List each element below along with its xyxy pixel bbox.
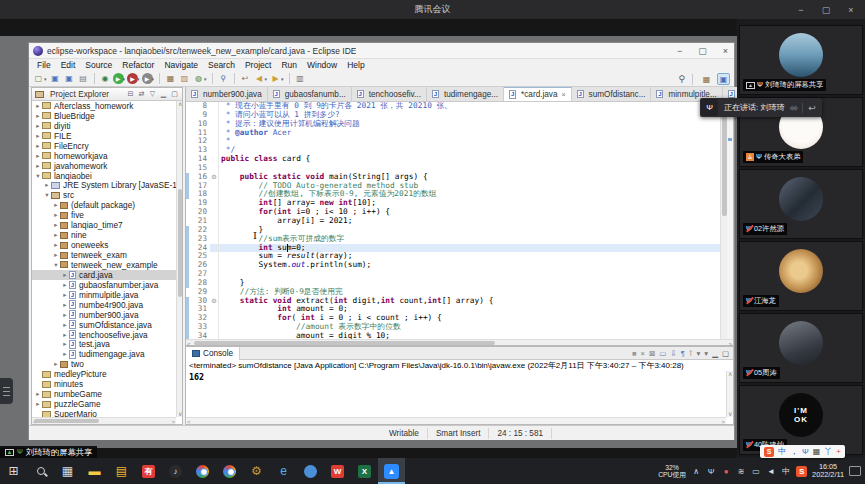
eclipse-minimize-icon[interactable]: − (677, 46, 682, 56)
tree-expand-icon[interactable]: ▸ (61, 291, 69, 299)
tree-expand-icon[interactable]: ▾ (34, 172, 42, 180)
sogou-logo-icon[interactable]: S (764, 447, 774, 457)
explorer-hscrollbar[interactable]: < > (32, 417, 176, 424)
tree-expand-icon[interactable]: ▸ (34, 400, 42, 408)
tree-expand-icon[interactable]: ▸ (52, 201, 60, 209)
new-package-icon[interactable]: ▨ (178, 73, 191, 85)
tray-display-icon[interactable]: ▭ (751, 467, 761, 476)
java-perspective-icon[interactable]: ▣ (717, 73, 730, 85)
ime-toolbox-icon[interactable]: + (836, 445, 841, 458)
tree-item-tudimengage-java[interactable]: ▸Jtudimengage.java (32, 349, 176, 359)
tray-volume-icon[interactable]: ◄ (766, 467, 776, 476)
tree-expand-icon[interactable]: ▸ (61, 350, 69, 358)
clear-console-icon[interactable]: ▭ (659, 349, 666, 358)
editor-tab--card-java[interactable]: J*card.java× (504, 87, 572, 101)
menu-help[interactable]: Help (342, 60, 369, 70)
tree-expand-icon[interactable]: ▸ (34, 162, 42, 170)
sogou-tray-icon[interactable]: S (796, 466, 807, 477)
tree-expand-icon[interactable]: ▸ (61, 281, 69, 289)
tree-item-homeworkjava[interactable]: ▸homeworkjava (32, 151, 176, 161)
run-dropdown-icon[interactable]: ▾ (123, 76, 126, 82)
participant-tile-5[interactable]: Ψ05周涛 (739, 313, 863, 383)
menu-project[interactable]: Project (240, 60, 276, 70)
menu-file[interactable]: File (32, 60, 56, 70)
console-vscrollbar[interactable]: ∧ ∨ (726, 371, 733, 417)
forward-dropdown-icon[interactable]: ▾ (281, 76, 284, 82)
open-console-icon[interactable]: ▾ (704, 349, 708, 358)
remove-launch-icon[interactable]: × (641, 349, 645, 358)
console-output[interactable]: 162 (186, 371, 726, 417)
ie-browser[interactable]: e (270, 458, 297, 484)
tree-item-sumofdistance-java[interactable]: ▸JsumOfdistance.java (32, 320, 176, 330)
eclipse-close-icon[interactable]: × (723, 46, 728, 56)
tree-expand-icon[interactable]: ▸ (61, 331, 69, 339)
maximize-icon[interactable]: ▢ (820, 5, 832, 15)
tree-expand-icon[interactable]: ▸ (61, 301, 69, 309)
debug-icon[interactable]: ◉ (99, 73, 112, 85)
scroll-lock-icon[interactable]: ⇩ (670, 349, 676, 358)
fold-marker[interactable]: ⊖ (210, 297, 219, 306)
tencent-meeting[interactable]: ▲ (378, 458, 405, 484)
tree-item-test-java[interactable]: ▸Jtest.java (32, 340, 176, 350)
tree-item-minmulpitle-java[interactable]: ▸Jminmulpitle.java (32, 290, 176, 300)
quick-search-icon[interactable]: ⚲ (678, 74, 685, 84)
tray-recording-icon[interactable]: ● (721, 467, 731, 476)
tree-expand-icon[interactable]: ▸ (52, 221, 60, 229)
ime-keyboard-icon[interactable]: ▦ (813, 445, 821, 458)
ime-mode-cn-icon[interactable]: 中 (778, 445, 786, 458)
tree-expand-icon[interactable]: ▾ (52, 261, 60, 269)
tab-close-icon[interactable]: × (562, 91, 566, 98)
tree-item-javahomework[interactable]: ▸javahomework (32, 161, 176, 171)
tree-item-minutes[interactable]: minutes (32, 379, 176, 389)
chrome[interactable] (216, 458, 243, 484)
view-menu-icon[interactable]: ▽ (148, 90, 157, 98)
tree-item-src[interactable]: ▾src (32, 190, 176, 200)
close-icon[interactable]: × (845, 5, 857, 15)
tree-item-numbe4r900-java[interactable]: ▸Jnumbe4r900.java (32, 300, 176, 310)
menu-source[interactable]: Source (80, 60, 117, 70)
tray-expand-icon[interactable]: ∧ (691, 467, 701, 476)
tray-network-icon[interactable]: ≋ (736, 467, 746, 476)
menu-refactor[interactable]: Refactor (117, 60, 159, 70)
taskbar-search[interactable] (27, 458, 54, 484)
menu-navigate[interactable]: Navigate (159, 60, 203, 70)
tree-expand-icon[interactable]: ▸ (34, 122, 42, 130)
tree-item-jre-system-library-javase-1-7-[interactable]: ▸JRE System Library [JavaSE-1.7] (32, 181, 176, 191)
editor-tab-tudimengage-[interactable]: Jtudimengage... (427, 87, 504, 101)
tree-expand-icon[interactable]: ▾ (43, 191, 51, 199)
minimize-icon[interactable]: ▁ (712, 349, 718, 358)
search-icon[interactable]: ⚲ (217, 73, 230, 85)
external-tools-dropdown-icon[interactable]: ▾ (152, 76, 155, 82)
editor-tab-tenchoosefiv-[interactable]: Jtenchoosefiv... (352, 87, 427, 101)
netease-music[interactable]: ♪ (162, 458, 189, 484)
menu-search[interactable]: Search (203, 60, 240, 70)
word-wrap-icon[interactable]: ¶ (681, 349, 685, 358)
tree-expand-icon[interactable]: ▸ (34, 142, 42, 150)
minimize-icon[interactable]: ▁ (159, 90, 168, 98)
menu-window[interactable]: Window (302, 60, 342, 70)
terminate-icon[interactable]: ■ (632, 349, 637, 358)
back-dropdown-icon[interactable]: ▾ (265, 76, 268, 82)
tree-item-fileencry[interactable]: ▸FileEncry (32, 141, 176, 151)
wps-office[interactable]: W (324, 458, 351, 484)
microphone-icon[interactable]: Ψ (701, 99, 718, 116)
participant-tile-1[interactable]: ▲Ψ刘琦琦的屏幕共享 (739, 25, 863, 95)
display-selected-icon[interactable]: ▾ (697, 349, 701, 358)
last-edit-icon[interactable]: ↩ (239, 73, 252, 85)
tree-item-tenweek-exam[interactable]: ▸tenweek_exam (32, 250, 176, 260)
tray-mic-icon[interactable]: Ψ (706, 467, 716, 476)
ime-punct-icon[interactable]: ， (790, 445, 798, 458)
ime-mic-icon[interactable]: Ψ (802, 445, 809, 458)
tree-expand-icon[interactable]: ▸ (52, 251, 60, 259)
editor-tab-number900-java[interactable]: Jnumber900.java (186, 87, 268, 101)
explorer-vscrollbar[interactable]: ∧ ∨ (176, 101, 182, 417)
fold-marker[interactable]: ⊖ (210, 173, 219, 182)
tree-item-number900-java[interactable]: ▸Jnumber900.java (32, 310, 176, 320)
tree-expand-icon[interactable]: ▸ (52, 231, 60, 239)
tree-expand-icon[interactable]: ▸ (52, 241, 60, 249)
tree-item-two[interactable]: ▸two (32, 359, 176, 369)
link-with-editor-icon[interactable]: ⇄ (137, 90, 146, 98)
eclipse-maximize-icon[interactable]: ▢ (698, 46, 707, 56)
maximize-icon[interactable]: ▢ (170, 90, 179, 98)
tree-item-tenchoosefive-java[interactable]: ▸Jtenchoosefive.java (32, 330, 176, 340)
